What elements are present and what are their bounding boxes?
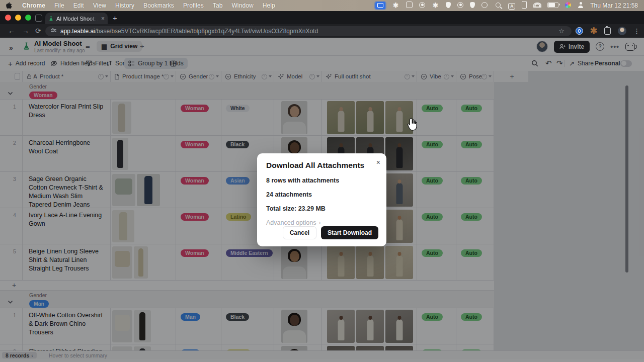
tab-title: AI Model Shoot: AI Model (56, 16, 98, 22)
menu-file[interactable]: File (50, 2, 69, 9)
circled-dot-2-icon[interactable] (457, 2, 463, 10)
site-settings-icon[interactable] (51, 29, 56, 33)
search-icon[interactable] (494, 2, 502, 10)
window-minimize-button[interactable] (15, 15, 21, 21)
address-bar[interactable]: app.teable.ai/base/bse5VTCvRKfiwcp0tER/t… (45, 26, 572, 36)
apple-logo-icon[interactable] (6, 2, 13, 10)
screen-mirroring-icon[interactable] (375, 2, 385, 10)
browser-toolbar: ← → ⟳ app.teable.ai/base/bse5VTCvRKfiwcp… (0, 24, 644, 38)
hand-cursor (406, 117, 419, 133)
menu-tab[interactable]: Tab (208, 2, 227, 9)
menu-bar-clock: Thu Mar 12 21:58 (590, 2, 638, 9)
user-icon[interactable] (578, 2, 584, 10)
window-zoom-button[interactable] (25, 15, 31, 21)
cancel-button[interactable]: Cancel (283, 226, 316, 239)
extension-icon[interactable]: ✱ (590, 29, 597, 34)
reload-icon[interactable]: ⟳ (35, 26, 41, 35)
browser-tab[interactable]: AI Model Shoot: AI Model × (45, 13, 108, 24)
window-close-button[interactable] (5, 15, 11, 21)
browser-profile-avatar[interactable] (618, 27, 626, 35)
chevron-right-icon: › (318, 219, 320, 226)
browser-tab-strip: AI Model Shoot: AI Model × + (0, 11, 644, 24)
shield-icon[interactable] (446, 2, 451, 10)
tab-favicon-flask-icon (48, 15, 54, 22)
password-manager-extension-icon[interactable] (576, 27, 583, 35)
menu-help[interactable]: Help (258, 2, 280, 9)
wifi-icon[interactable] (533, 2, 541, 9)
tab-close-icon[interactable]: × (101, 15, 105, 22)
menu-bookmarks[interactable]: Bookmarks (139, 2, 179, 9)
dialog-close-icon[interactable]: × (376, 158, 380, 166)
hourglass-icon[interactable] (406, 2, 413, 10)
menu-edit[interactable]: Edit (69, 2, 89, 9)
asterisk-2-icon[interactable]: ✱ (432, 2, 439, 9)
download-attachments-dialog: Download All Attachments × 8 rows with a… (257, 153, 386, 246)
menu-window[interactable]: Window (227, 2, 258, 9)
circle-outline-icon[interactable] (481, 2, 488, 10)
browser-menu-icon[interactable]: ⋮ (633, 27, 640, 35)
menu-bar-menus: ChromeFileEditViewHistoryBookmarksProfil… (18, 2, 280, 9)
dialog-title: Download All Attachments (266, 161, 377, 170)
input-source-a-icon[interactable]: A (508, 2, 515, 10)
battery-vertical-icon[interactable] (522, 1, 527, 10)
menu-chrome[interactable]: Chrome (18, 2, 50, 9)
url-text[interactable]: app.teable.ai/base/bse5VTCvRKfiwcp0tER/t… (60, 28, 318, 35)
shield-2-icon[interactable] (470, 2, 475, 10)
menu-bar-status-icons: ✱✱AThu Mar 12 21:58 (375, 1, 644, 10)
total-size-text: Total size: 23.29 MB (266, 205, 377, 212)
back-icon[interactable]: ← (8, 26, 15, 35)
menu-history[interactable]: History (111, 2, 139, 9)
tab-overview-icon[interactable] (35, 15, 42, 22)
advanced-options-link[interactable]: Advanced options› (266, 219, 377, 226)
new-tab-button[interactable]: + (113, 14, 117, 22)
circled-dot-icon[interactable] (419, 2, 425, 10)
forward-icon[interactable]: → (22, 26, 29, 35)
attachments-count-text: 24 attachments (266, 191, 377, 198)
macos-menu-bar: ChromeFileEditViewHistoryBookmarksProfil… (0, 0, 644, 11)
bookmark-star-icon[interactable]: ☆ (558, 27, 565, 35)
start-download-button[interactable]: Start Download (321, 226, 378, 239)
battery-icon[interactable] (547, 2, 558, 10)
menu-view[interactable]: View (89, 2, 111, 9)
rows-with-attachments-text: 8 rows with attachments (266, 177, 377, 184)
menu-profiles[interactable]: Profiles (179, 2, 208, 9)
color-wheel-icon[interactable] (565, 2, 571, 10)
extensions-icon[interactable] (604, 27, 611, 35)
asterisk-icon[interactable]: ✱ (392, 2, 399, 9)
